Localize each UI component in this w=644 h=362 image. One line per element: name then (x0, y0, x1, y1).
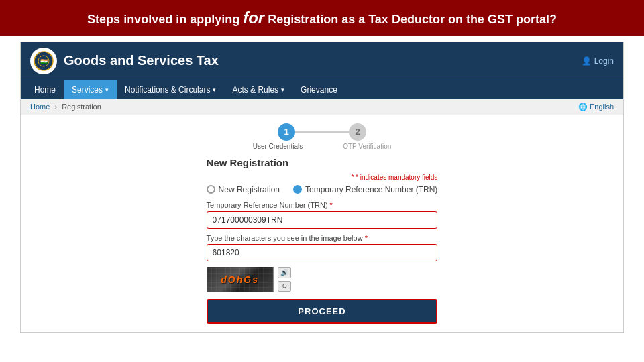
radio-trn[interactable]: Temporary Reference Number (TRN) (293, 185, 437, 194)
banner-text-before: Steps involved in applying (87, 13, 243, 26)
nav-acts-rules[interactable]: Acts & Rules ▾ (224, 80, 292, 99)
captcha-label: Type the characters you see in the image… (207, 234, 438, 242)
services-caret: ▾ (105, 86, 109, 93)
svg-text:🇮🇳: 🇮🇳 (40, 58, 48, 66)
nav-notifications[interactable]: Notifications & Circulars ▾ (117, 80, 224, 99)
steps-and-form: 1 2 User Credentials OTP Verification (34, 123, 610, 324)
steps-indicator: 1 2 User Credentials OTP Verification (253, 123, 392, 150)
banner-text-after: Registration as a Tax Deductor on the GS… (264, 13, 557, 26)
login-link[interactable]: 👤 Login (582, 56, 614, 66)
portal-header: 🇮🇳 Goods and Services Tax 👤 Login (21, 42, 623, 80)
portal-nav: Home Services ▾ Notifications & Circular… (21, 80, 623, 99)
captcha-refresh-btn[interactable]: ↻ (278, 281, 291, 292)
captcha-image: dOhGs (207, 267, 274, 292)
captcha-input[interactable] (207, 244, 438, 261)
breadcrumb-current: Registration (62, 103, 101, 111)
mandatory-note: * * indicates mandatory fields (207, 174, 438, 181)
radio-dot-new (207, 185, 215, 194)
content-area: 1 2 User Credentials OTP Verification (21, 115, 623, 332)
step-2-label: OTP Verification (343, 143, 391, 150)
registration-form: New Registration * * indicates mandatory… (207, 157, 438, 324)
trn-input[interactable] (207, 211, 438, 229)
radio-row: New Registration Temporary Reference Num… (207, 185, 438, 194)
captcha-row: dOhGs 🔊 ↻ (207, 267, 438, 292)
trn-label: Temporary Reference Number (TRN) * (207, 201, 438, 209)
nav-services[interactable]: Services ▾ (64, 80, 117, 99)
globe-icon: 🌐 (578, 103, 588, 111)
breadcrumb-home[interactable]: Home (30, 103, 50, 111)
portal-title: Goods and Services Tax (64, 53, 219, 68)
captcha-audio-btn[interactable]: 🔊 (278, 267, 291, 278)
captcha-controls: 🔊 ↻ (278, 267, 291, 292)
step-connector (295, 131, 349, 133)
nav-grievance[interactable]: Grievance (292, 80, 345, 99)
step-1-circle: 1 (278, 123, 295, 141)
step-1-group: 1 (278, 123, 295, 141)
banner-for-word: for (243, 9, 264, 27)
language-link[interactable]: English (590, 103, 614, 111)
notifications-caret: ▾ (213, 86, 216, 93)
nav-home[interactable]: Home (26, 80, 64, 99)
step-2-group: 2 (349, 123, 366, 141)
form-title: New Registration (207, 157, 438, 168)
top-banner: Steps involved in applying for Registrat… (0, 0, 644, 36)
captcha-overlay (207, 267, 273, 292)
portal-container: 🇮🇳 Goods and Services Tax 👤 Login Home S… (20, 42, 624, 333)
step-1-label: User Credentials (253, 143, 303, 150)
logo-area: 🇮🇳 Goods and Services Tax (30, 48, 219, 74)
breadcrumb: Home › Registration 🌐 English (21, 99, 623, 115)
acts-caret: ▾ (281, 86, 284, 93)
radio-new-registration[interactable]: New Registration (207, 185, 280, 194)
breadcrumb-sep: › (54, 103, 57, 111)
radio-dot-trn (293, 185, 302, 194)
step-2-circle: 2 (349, 123, 366, 141)
proceed-button[interactable]: PROCEED (207, 299, 438, 324)
portal-logo: 🇮🇳 (30, 48, 57, 74)
